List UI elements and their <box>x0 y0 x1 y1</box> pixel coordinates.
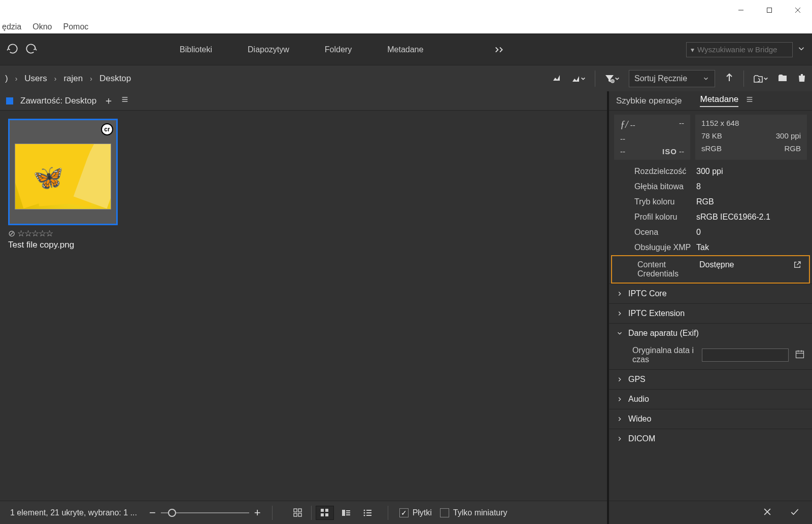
breadcrumb-segment[interactable]: rajen <box>63 74 83 84</box>
chevron-right-icon <box>616 290 623 297</box>
metadata-footer <box>609 501 812 524</box>
metadata-row: Profil kolorusRGB IEC61966-2.1 <box>609 209 812 225</box>
menu-item[interactable]: Pomoc <box>63 22 89 31</box>
tab-metadata[interactable]: Metadane <box>700 94 738 107</box>
divider <box>595 71 595 87</box>
menu-item[interactable]: Okno <box>32 22 52 31</box>
breadcrumb-segment[interactable]: Users <box>24 74 47 84</box>
thumbnail-rating[interactable]: ⊘ ☆☆☆☆☆ <box>8 228 118 239</box>
zoom-decrease-button[interactable] <box>552 73 562 84</box>
breadcrumb-segment[interactable]: ) <box>5 74 8 84</box>
sort-direction-button[interactable] <box>724 73 734 84</box>
tiles-label: Płytki <box>413 508 432 517</box>
chevron-right-icon <box>616 435 623 442</box>
workspace-tab[interactable]: Metadane <box>387 45 423 54</box>
reject-icon[interactable]: ⊘ <box>8 228 15 239</box>
workspace-tab[interactable]: Diapozytyw <box>248 45 289 54</box>
section-audio[interactable]: Audio <box>609 390 812 409</box>
new-folder-button[interactable] <box>777 73 788 84</box>
undo-button[interactable] <box>6 42 19 57</box>
content-header-title: Zawartość: Desktop <box>20 96 96 106</box>
content-credentials-row[interactable]: Content Credentials Dostępne <box>611 255 810 284</box>
redo-button[interactable] <box>24 42 38 57</box>
delete-button[interactable] <box>797 73 807 84</box>
thumbnail-zoom-slider[interactable]: − + <box>149 506 261 519</box>
sort-dropdown-label: Sortuj Ręcznie <box>634 74 687 83</box>
section-exif[interactable]: Dane aparatu (Exif) <box>609 324 812 343</box>
view-grid-lock-button[interactable] <box>289 506 307 520</box>
workspace-tabs: Biblioteki Diapozytyw Foldery Metadane <box>180 45 423 54</box>
metadata-summary: ƒ/ ---- -- --ISO -- 1152 x 648 78 KB300 … <box>609 111 812 164</box>
content-header: Zawartość: Desktop ＋ <box>0 91 607 111</box>
svg-rect-18 <box>325 509 328 512</box>
chevron-right-icon <box>616 376 623 383</box>
right-panel-tabs: Szybkie operacje Metadane <box>609 91 812 111</box>
view-details-button[interactable] <box>337 506 355 520</box>
window-minimize-button[interactable] <box>727 0 755 20</box>
tab-quick-operations[interactable]: Szybkie operacje <box>616 96 682 106</box>
view-list-button[interactable] <box>358 506 377 520</box>
view-grid-button[interactable] <box>316 506 334 520</box>
thumbnail-filename: Test file copy.png <box>8 240 118 250</box>
file-summary-card: 1152 x 648 78 KB300 ppi sRGBRGB <box>695 115 807 160</box>
content-panel: Zawartość: Desktop ＋ cr 🦋 ⊘ ☆☆☆☆☆ Test f… <box>0 91 609 524</box>
workspace-overflow-button[interactable] <box>494 46 505 54</box>
checkbox-icon <box>440 508 449 517</box>
section-wideo[interactable]: Wideo <box>609 409 812 429</box>
thumbnail-item[interactable]: cr 🦋 ⊘ ☆☆☆☆☆ Test file copy.png <box>8 119 118 250</box>
window-maximize-button[interactable] <box>755 0 784 20</box>
metadata-row: Rozdzielczość300 ppi <box>609 164 812 179</box>
menubar: ędzia Okno Pomoc <box>0 20 812 33</box>
svg-rect-15 <box>294 513 297 516</box>
svg-rect-19 <box>321 513 324 516</box>
svg-rect-20 <box>325 513 328 516</box>
thumbs-only-checkbox[interactable]: Tylko miniatury <box>440 508 507 517</box>
menu-item[interactable]: ędzia <box>2 22 21 31</box>
chevron-right-icon <box>616 415 623 423</box>
svg-rect-1 <box>767 8 772 13</box>
svg-rect-16 <box>298 513 301 516</box>
apply-button[interactable] <box>790 507 800 518</box>
section-iptc-core[interactable]: IPTC Core <box>609 284 812 303</box>
path-toolbar: ) › Users › rajen › Desktop Sortuj Ręczn… <box>0 65 812 91</box>
calendar-icon[interactable] <box>795 349 805 361</box>
window-close-button[interactable] <box>784 0 812 20</box>
search-field[interactable] <box>697 45 794 54</box>
external-link-icon[interactable] <box>793 260 802 278</box>
chevron-down-icon <box>702 75 709 82</box>
exif-date-input[interactable] <box>702 348 789 362</box>
zoom-out-button[interactable]: − <box>149 506 156 519</box>
sort-dropdown[interactable]: Sortuj Ręcznie <box>629 70 715 87</box>
section-dicom[interactable]: DICOM <box>609 429 812 448</box>
panel-menu-icon[interactable] <box>746 95 754 106</box>
cancel-button[interactable] <box>762 507 772 518</box>
add-button[interactable]: ＋ <box>104 94 114 108</box>
window-titlebar <box>0 0 812 20</box>
zoom-in-button[interactable]: + <box>254 506 261 519</box>
breadcrumb: ) › Users › rajen › Desktop <box>5 74 131 84</box>
metadata-panel: Szybkie operacje Metadane ƒ/ ---- -- --I… <box>609 91 812 524</box>
panel-color-swatch <box>6 97 13 104</box>
chevron-right-icon: › <box>54 75 57 83</box>
content-credentials-badge: cr <box>101 123 113 135</box>
filter-button[interactable] <box>604 74 620 84</box>
svg-rect-17 <box>321 509 324 512</box>
panel-menu-icon[interactable] <box>121 95 129 106</box>
metadata-row: Obsługuje XMPTak <box>609 240 812 255</box>
exif-date-label: Oryginalna data i czas <box>632 346 696 364</box>
chevron-right-icon <box>616 396 623 403</box>
breadcrumb-segment[interactable]: Desktop <box>99 74 131 84</box>
metadata-property-list: Rozdzielczość300 ppi Głębia bitowa8 Tryb… <box>609 164 812 501</box>
main-toolbar: Biblioteki Diapozytyw Foldery Metadane ▾ <box>0 33 812 65</box>
open-recent-button[interactable] <box>753 74 768 84</box>
section-gps[interactable]: GPS <box>609 370 812 389</box>
workspace-tab[interactable]: Foldery <box>325 45 352 54</box>
view-mode-toggles <box>289 506 377 520</box>
zoom-increase-button[interactable] <box>571 74 586 84</box>
search-options-caret[interactable] <box>797 44 806 55</box>
star-rating[interactable]: ☆☆☆☆☆ <box>17 228 53 239</box>
workspace-tab[interactable]: Biblioteki <box>180 45 212 54</box>
search-input[interactable]: ▾ <box>686 42 793 57</box>
section-iptc-extension[interactable]: IPTC Extension <box>609 304 812 323</box>
tiles-checkbox[interactable]: Płytki <box>399 508 432 517</box>
